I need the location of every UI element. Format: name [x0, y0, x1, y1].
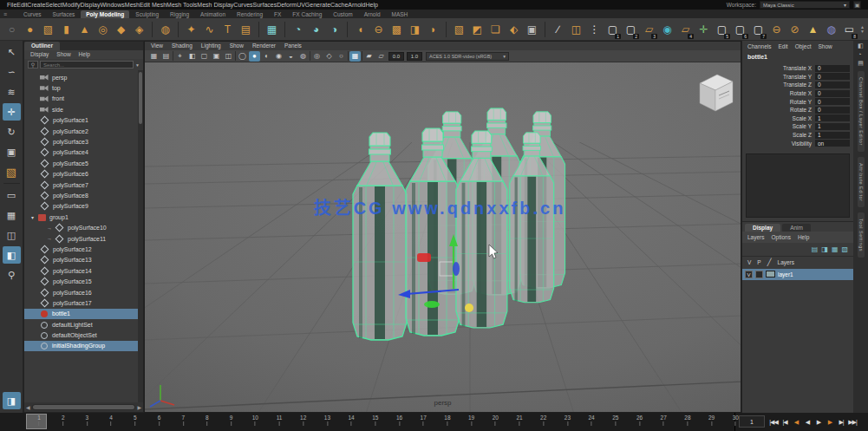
polySurface14[interactable]: polySurface14	[24, 265, 138, 276]
defaultLightSet[interactable]: defaultLightSet	[24, 319, 138, 330]
viewport-toolbar-icon[interactable]	[235, 51, 236, 61]
menu-item[interactable]: Edit	[16, 2, 27, 8]
layer-color-swatch[interactable]	[766, 271, 775, 278]
shelf-tab[interactable]: Curves	[18, 10, 47, 18]
channel-value-field[interactable]	[815, 98, 850, 105]
extract-icon[interactable]: ▩	[388, 21, 405, 38]
paint-transfer-icon[interactable]: ▱3	[641, 21, 657, 38]
polySurface1[interactable]: polySurface1	[24, 115, 138, 126]
boolean-intersect-icon[interactable]: ◑	[326, 21, 343, 38]
menu-item[interactable]: Edit Mesh	[140, 2, 166, 8]
text-tool-icon[interactable]: T	[219, 21, 236, 38]
channel-box-menu-item[interactable]: Channels	[747, 43, 771, 49]
channel-box-menu-item[interactable]: Edit	[778, 43, 787, 49]
vp-field-chart-icon[interactable]: ▢	[199, 51, 210, 62]
poly-disc-icon[interactable]: ◈	[131, 21, 147, 38]
shelf-scroll[interactable]: ▲ ▼	[860, 25, 865, 34]
view-transform-dropdown[interactable]: ACES 1.0 SDR-video (sRGB) ▾	[426, 52, 509, 61]
layer-editor-tab[interactable]: Anim	[782, 224, 811, 232]
edge-flow-b-icon[interactable]: ▢6	[732, 21, 748, 38]
vp-bookmark-icon[interactable]: ◧	[186, 51, 198, 62]
vp-shadows-icon[interactable]: ◒	[285, 51, 297, 62]
polySurface5[interactable]: polySurface5	[24, 158, 138, 168]
layout-single-pane-button[interactable]: ▭	[3, 186, 21, 204]
menu-item[interactable]: Modify	[62, 2, 81, 8]
menu-item[interactable]: Arnold	[348, 2, 365, 8]
shelf-icon[interactable]	[152, 22, 153, 37]
layer-row[interactable]: V layer1	[742, 269, 853, 280]
viewport-menu-item[interactable]: Show	[230, 42, 244, 49]
vp-ao-icon[interactable]: ◍	[297, 51, 309, 62]
edge-flow-a-icon[interactable]: ▢5	[714, 21, 730, 38]
vp-select-camera-icon[interactable]: ▦	[148, 51, 160, 62]
paint-select-tool[interactable]: ≋	[3, 83, 21, 101]
go-to-end-button[interactable]: ▶▶|	[847, 415, 858, 429]
scale-tool[interactable]: ▣	[3, 143, 21, 160]
layer-editor-menu-item[interactable]: Layers	[747, 234, 765, 240]
layout-split-pane-button[interactable]: ◫	[3, 226, 21, 244]
pencil-curve-icon[interactable]: ∿	[201, 21, 218, 38]
viewport-menu-item[interactable]: Panels	[284, 42, 302, 49]
outliner-horizontal-scrollbar[interactable]: ◀ ▶	[24, 402, 143, 412]
vp-grid-icon[interactable]: ▦	[349, 51, 361, 62]
tool-settings-toggle-icon[interactable]: ◔	[858, 51, 864, 58]
layout-outliner-pane-button[interactable]: ◧	[3, 246, 21, 264]
shelf-icon[interactable]	[284, 22, 285, 37]
zoom-tool[interactable]: ⚲	[3, 266, 21, 284]
vp-shaded-icon[interactable]: ●	[249, 51, 260, 62]
menu-item[interactable]: Mesh	[125, 2, 140, 8]
poly-sphere-icon[interactable]: ●	[22, 21, 38, 38]
edge-flow-c-icon[interactable]: ▢7	[750, 21, 767, 38]
merge-center-icon[interactable]: ▱4	[677, 21, 694, 38]
polySurface16[interactable]: polySurface16	[24, 287, 138, 297]
layer-display-type-box[interactable]	[755, 271, 763, 278]
poly-cone-icon[interactable]: ▲	[76, 21, 93, 38]
menu-item[interactable]: Generate	[305, 2, 330, 8]
select-tool[interactable]: ↖	[3, 43, 21, 61]
channel-value-field[interactable]	[815, 140, 850, 147]
shelf-tab[interactable]: Custom	[328, 10, 357, 18]
rotate-tool[interactable]: ↻	[3, 123, 21, 140]
bridge-icon[interactable]: ◩	[469, 21, 486, 38]
extrude-icon[interactable]: ▧	[451, 21, 467, 38]
polySurface3[interactable]: polySurface3	[24, 136, 138, 147]
polySurface15[interactable]: polySurface15	[24, 276, 138, 286]
shelf-icon[interactable]	[258, 22, 259, 37]
type-tool-icon[interactable]: ▤	[238, 21, 254, 38]
uv-editor-icon[interactable]: ▦	[264, 21, 280, 38]
menu-item[interactable]: Select	[45, 2, 62, 8]
layer-editor-tab[interactable]: Display	[745, 224, 780, 232]
menu-item[interactable]: Create	[27, 2, 45, 8]
viewport-toolbar-icon[interactable]	[362, 51, 362, 61]
channel-value-field[interactable]	[815, 73, 850, 80]
vp-joints-icon[interactable]: ○	[336, 51, 347, 62]
shelf-tab[interactable]: Poly Modeling	[81, 10, 129, 18]
x-axis-handle[interactable]	[417, 253, 431, 262]
vp-lock-camera-icon[interactable]: ▤	[160, 51, 172, 62]
scene-view[interactable]	[145, 62, 741, 412]
shelf-handle-icon[interactable]: ○	[3, 21, 20, 38]
toolbox-tool[interactable]	[3, 183, 20, 184]
poly-torus-icon[interactable]: ◎	[95, 21, 111, 38]
side[interactable]: side	[24, 104, 138, 114]
wire-globe-icon[interactable]: ◍	[823, 21, 839, 38]
polySurface12[interactable]: polySurface12	[24, 244, 138, 254]
menu-item[interactable]: Mesh Tools	[166, 2, 197, 8]
persp[interactable]: persp	[24, 72, 138, 82]
front[interactable]: front	[24, 94, 138, 104]
attribute-editor-toggle-icon[interactable]: ◧	[858, 42, 864, 49]
expand-arrow-icon[interactable]: ▾	[31, 214, 38, 220]
menu-item[interactable]: Surfaces	[253, 2, 277, 8]
spin-edge-icon[interactable]: ▢2	[623, 21, 639, 38]
step-forward-key-button[interactable]: ▶	[825, 415, 835, 429]
menu-item[interactable]: Windows	[100, 2, 124, 8]
lasso-select-tool[interactable]: ∽	[3, 63, 21, 81]
play-backwards-button[interactable]: ◀	[802, 415, 813, 429]
channel-box-menu-item[interactable]: Show	[818, 43, 832, 49]
shelf-icon[interactable]	[446, 22, 447, 37]
shelf-menu-icon[interactable]: ≡	[3, 11, 14, 17]
step-forward-frame-button[interactable]: ▶|	[836, 415, 846, 429]
append-poly-icon[interactable]: ❏	[487, 21, 504, 38]
polySurface4[interactable]: polySurface4	[24, 147, 138, 158]
layer-sort-icon[interactable]: ▤	[812, 245, 819, 253]
